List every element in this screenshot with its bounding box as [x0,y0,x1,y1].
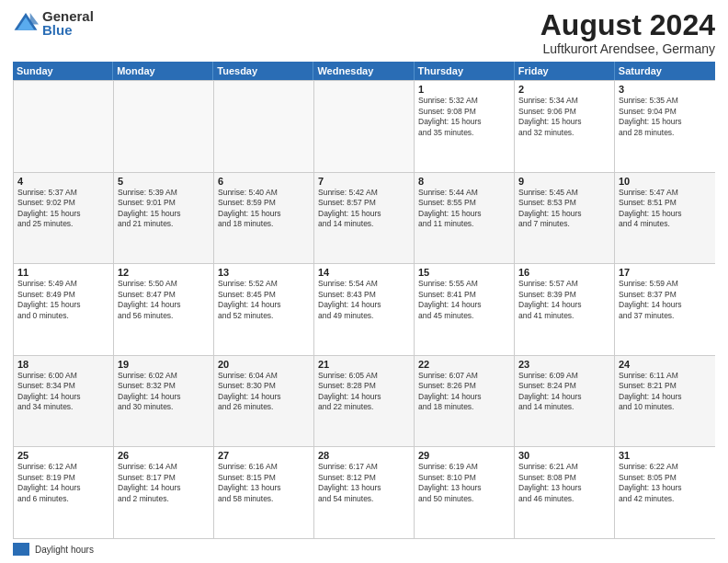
day-info: Sunrise: 6:02 AM Sunset: 8:32 PM Dayligh… [118,371,210,413]
day-number: 7 [318,176,410,187]
calendar-cell: 27Sunrise: 6:16 AM Sunset: 8:15 PM Dayli… [214,447,314,538]
day-info: Sunrise: 6:05 AM Sunset: 8:28 PM Dayligh… [318,371,410,413]
calendar-body: 1Sunrise: 5:32 AM Sunset: 9:08 PM Daylig… [13,80,715,539]
day-info: Sunrise: 5:52 AM Sunset: 8:45 PM Dayligh… [218,279,310,321]
day-number: 1 [418,84,510,95]
day-number: 28 [318,450,410,461]
day-number: 17 [619,267,711,278]
day-number: 3 [619,84,711,95]
calendar-row-0: 1Sunrise: 5:32 AM Sunset: 9:08 PM Daylig… [14,81,715,173]
header-saturday: Saturday [615,62,715,80]
day-number: 8 [418,176,510,187]
day-number: 15 [418,267,510,278]
calendar-cell: 10Sunrise: 5:47 AM Sunset: 8:51 PM Dayli… [615,173,715,264]
calendar-cell [214,81,314,172]
day-number: 16 [518,267,610,278]
day-info: Sunrise: 6:00 AM Sunset: 8:34 PM Dayligh… [17,371,109,413]
page-header: General Blue August 2024 Luftkurort Aren… [13,9,715,56]
day-info: Sunrise: 5:59 AM Sunset: 8:37 PM Dayligh… [619,279,711,321]
day-info: Sunrise: 6:09 AM Sunset: 8:24 PM Dayligh… [518,371,610,413]
day-number: 10 [619,176,711,187]
calendar-cell: 14Sunrise: 5:54 AM Sunset: 8:43 PM Dayli… [314,264,415,355]
calendar-row-3: 18Sunrise: 6:00 AM Sunset: 8:34 PM Dayli… [14,356,715,448]
day-info: Sunrise: 5:40 AM Sunset: 8:59 PM Dayligh… [218,188,310,230]
calendar-cell: 18Sunrise: 6:00 AM Sunset: 8:34 PM Dayli… [14,356,114,447]
calendar-cell: 25Sunrise: 6:12 AM Sunset: 8:19 PM Dayli… [14,447,114,538]
calendar-cell: 9Sunrise: 5:45 AM Sunset: 8:53 PM Daylig… [515,173,615,264]
calendar-cell: 4Sunrise: 5:37 AM Sunset: 9:02 PM Daylig… [14,173,114,264]
day-info: Sunrise: 6:22 AM Sunset: 8:05 PM Dayligh… [619,462,711,504]
calendar-cell: 26Sunrise: 6:14 AM Sunset: 8:17 PM Dayli… [114,447,214,538]
calendar-cell: 11Sunrise: 5:49 AM Sunset: 8:49 PM Dayli… [14,264,114,355]
calendar-cell: 19Sunrise: 6:02 AM Sunset: 8:32 PM Dayli… [114,356,214,447]
day-info: Sunrise: 5:57 AM Sunset: 8:39 PM Dayligh… [518,279,610,321]
header-monday: Monday [113,62,213,80]
daylight-color-box [13,543,29,556]
day-number: 30 [518,450,610,461]
calendar-cell: 20Sunrise: 6:04 AM Sunset: 8:30 PM Dayli… [214,356,314,447]
calendar-cell: 2Sunrise: 5:34 AM Sunset: 9:06 PM Daylig… [515,81,615,172]
logo-general-text: General [42,9,94,23]
header-wednesday: Wednesday [313,62,414,80]
calendar-cell: 23Sunrise: 6:09 AM Sunset: 8:24 PM Dayli… [515,356,615,447]
calendar-cell: 28Sunrise: 6:17 AM Sunset: 8:12 PM Dayli… [314,447,415,538]
header-thursday: Thursday [415,62,515,80]
day-number: 29 [418,450,510,461]
day-info: Sunrise: 6:21 AM Sunset: 8:08 PM Dayligh… [518,462,610,504]
calendar-header: SundayMondayTuesdayWednesdayThursdayFrid… [13,62,715,80]
day-info: Sunrise: 5:47 AM Sunset: 8:51 PM Dayligh… [619,188,711,230]
day-number: 24 [619,359,711,370]
day-number: 23 [518,359,610,370]
header-sunday: Sunday [13,62,113,80]
day-info: Sunrise: 5:34 AM Sunset: 9:06 PM Dayligh… [518,96,610,138]
calendar-cell: 5Sunrise: 5:39 AM Sunset: 9:01 PM Daylig… [114,173,214,264]
day-number: 26 [118,450,210,461]
calendar-row-2: 11Sunrise: 5:49 AM Sunset: 8:49 PM Dayli… [14,264,715,356]
svg-marker-2 [30,13,39,24]
day-number: 25 [17,450,109,461]
header-tuesday: Tuesday [213,62,313,80]
day-number: 14 [318,267,410,278]
day-info: Sunrise: 5:54 AM Sunset: 8:43 PM Dayligh… [318,279,410,321]
calendar-cell: 30Sunrise: 6:21 AM Sunset: 8:08 PM Dayli… [515,447,615,538]
calendar-cell: 31Sunrise: 6:22 AM Sunset: 8:05 PM Dayli… [615,447,715,538]
calendar-cell: 24Sunrise: 6:11 AM Sunset: 8:21 PM Dayli… [615,356,715,447]
day-number: 2 [518,84,610,95]
day-info: Sunrise: 6:19 AM Sunset: 8:10 PM Dayligh… [418,462,510,504]
calendar-row-1: 4Sunrise: 5:37 AM Sunset: 9:02 PM Daylig… [14,173,715,265]
day-info: Sunrise: 6:14 AM Sunset: 8:17 PM Dayligh… [118,462,210,504]
calendar: SundayMondayTuesdayWednesdayThursdayFrid… [13,62,715,539]
day-number: 21 [318,359,410,370]
calendar-row-4: 25Sunrise: 6:12 AM Sunset: 8:19 PM Dayli… [14,447,715,539]
logo-icon [13,10,39,36]
day-number: 20 [218,359,310,370]
day-info: Sunrise: 5:44 AM Sunset: 8:55 PM Dayligh… [418,188,510,230]
day-info: Sunrise: 5:42 AM Sunset: 8:57 PM Dayligh… [318,188,410,230]
calendar-cell: 13Sunrise: 5:52 AM Sunset: 8:45 PM Dayli… [214,264,314,355]
day-number: 4 [17,176,109,187]
calendar-cell: 29Sunrise: 6:19 AM Sunset: 8:10 PM Dayli… [415,447,515,538]
day-number: 5 [118,176,210,187]
day-number: 19 [118,359,210,370]
day-number: 18 [17,359,109,370]
day-info: Sunrise: 6:12 AM Sunset: 8:19 PM Dayligh… [17,462,109,504]
calendar-cell [314,81,415,172]
calendar-cell: 22Sunrise: 6:07 AM Sunset: 8:26 PM Dayli… [415,356,515,447]
day-number: 27 [218,450,310,461]
day-number: 13 [218,267,310,278]
day-info: Sunrise: 5:32 AM Sunset: 9:08 PM Dayligh… [418,96,510,138]
day-info: Sunrise: 5:35 AM Sunset: 9:04 PM Dayligh… [619,96,711,138]
title-block: August 2024 Luftkurort Arendsee, Germany [540,9,715,56]
day-number: 12 [118,267,210,278]
day-info: Sunrise: 6:04 AM Sunset: 8:30 PM Dayligh… [218,371,310,413]
day-number: 31 [619,450,711,461]
day-info: Sunrise: 6:07 AM Sunset: 8:26 PM Dayligh… [418,371,510,413]
calendar-cell: 3Sunrise: 5:35 AM Sunset: 9:04 PM Daylig… [615,81,715,172]
day-info: Sunrise: 5:50 AM Sunset: 8:47 PM Dayligh… [118,279,210,321]
day-info: Sunrise: 5:49 AM Sunset: 8:49 PM Dayligh… [17,279,109,321]
calendar-cell: 15Sunrise: 5:55 AM Sunset: 8:41 PM Dayli… [415,264,515,355]
logo-blue-text: Blue [42,23,94,37]
calendar-cell: 12Sunrise: 5:50 AM Sunset: 8:47 PM Dayli… [114,264,214,355]
day-number: 9 [518,176,610,187]
day-info: Sunrise: 5:39 AM Sunset: 9:01 PM Dayligh… [118,188,210,230]
